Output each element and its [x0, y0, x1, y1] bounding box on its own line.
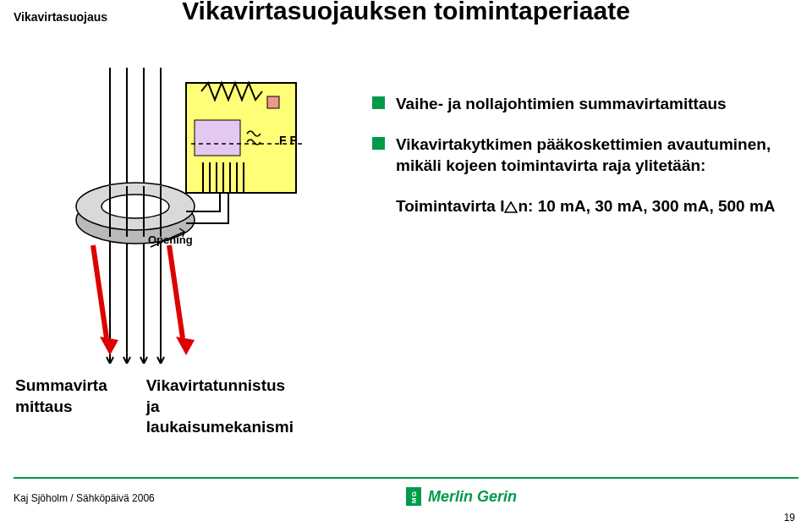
bullet-item: Vaihe- ja nollajohtimien summavirtamitta…	[372, 93, 795, 115]
svg-marker-11	[100, 337, 118, 355]
bullet-square-icon	[372, 96, 385, 109]
bullet-square-icon	[372, 137, 385, 150]
trip-current-line: Toimintavirta In: 10 mA, 30 mA, 300 mA, …	[372, 195, 795, 217]
svg-marker-12	[176, 337, 195, 355]
bullet-text: Vikavirtakytkimen pääkoskettimien avautu…	[396, 135, 771, 175]
opening-label: Opening	[148, 233, 193, 246]
footer-author: Kaj Sjöholm / Sähköpäivä 2006	[14, 492, 155, 504]
brand-name: Merlin Gerin	[428, 488, 517, 506]
svg-point-6	[102, 195, 169, 218]
trip-current-prefix: Toimintavirta I	[396, 197, 504, 215]
lower-label-block: Summavirta mittaus Vikavirtatunnistus ja…	[15, 376, 294, 438]
bullet-item: Vikavirtakytkimen pääkoskettimien avautu…	[372, 134, 795, 177]
mg-logo-icon	[406, 487, 421, 506]
lower-text: Vikavirtatunnistus	[146, 376, 294, 397]
lower-text: laukaisumekanismi	[146, 417, 294, 438]
page-title: Vikavirtasuojauksen toimintaperiaate	[0, 0, 812, 25]
footer-divider	[14, 477, 798, 479]
trip-current-suffix: n: 10 mA, 30 mA, 300 mA, 500 mA	[518, 197, 775, 215]
lower-text: Summavirta	[15, 376, 107, 397]
svg-rect-14	[267, 96, 279, 108]
brand-block: Merlin Gerin	[406, 487, 517, 506]
svg-marker-25	[505, 202, 517, 212]
svg-rect-15	[195, 120, 240, 156]
contact-f-labels: F F	[279, 134, 297, 147]
f-right: F	[289, 134, 297, 147]
lower-text: ja	[146, 397, 294, 418]
page-number: 19	[784, 512, 795, 524]
lower-col-1: Summavirta mittaus	[15, 376, 107, 438]
f-left: F	[279, 134, 287, 147]
bullet-text: Vaihe- ja nollajohtimien summavirtamitta…	[396, 95, 727, 112]
slide-page: Vikavirtasuojaus Vikavirtasuojauksen toi…	[0, 0, 812, 532]
lower-text: mittaus	[15, 397, 107, 418]
delta-icon	[504, 201, 518, 213]
circuit-diagram	[59, 68, 364, 364]
lower-col-2: Vikavirtatunnistus ja laukaisumekanismi	[146, 376, 294, 438]
bullet-list: Vaihe- ja nollajohtimien summavirtamitta…	[372, 93, 795, 217]
